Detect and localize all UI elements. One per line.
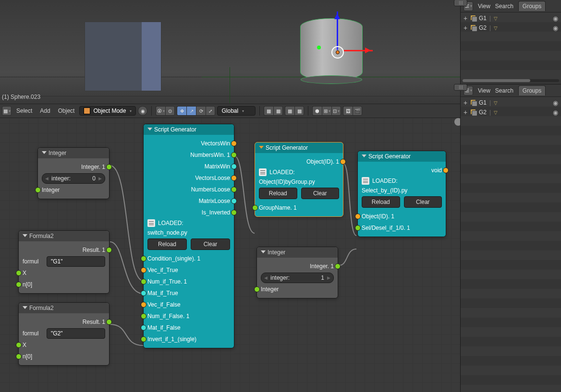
area-split-grip[interactable] bbox=[454, 0, 467, 6]
node-header[interactable]: Script Generator bbox=[358, 151, 446, 162]
tree-row-group[interactable]: + G2 |▽ ◉ bbox=[461, 23, 561, 33]
mode-selector[interactable]: Object Mode ▾ bbox=[79, 106, 136, 116]
node-header[interactable]: Integer bbox=[257, 247, 338, 258]
layers-block-2[interactable]: ▦▦ bbox=[285, 106, 304, 116]
area-split-grip[interactable] bbox=[454, 84, 467, 91]
grid-floor bbox=[0, 67, 460, 103]
clear-button[interactable]: Clear bbox=[301, 188, 340, 199]
node-script-switch[interactable]: Script Generator VectorsWin NumbersWin. … bbox=[143, 124, 234, 348]
reload-button[interactable]: Reload bbox=[362, 196, 400, 208]
script-icon bbox=[259, 168, 267, 176]
gizmo-y-axis[interactable] bbox=[317, 46, 321, 49]
menu-search[interactable]: Search bbox=[495, 87, 513, 94]
node-header[interactable]: Script Generator bbox=[255, 143, 343, 153]
editor-type-icon[interactable]: ▦▾ bbox=[2, 106, 12, 116]
node-header[interactable]: Formula2 bbox=[19, 231, 109, 241]
script-filename: Object(ID)byGroup.py bbox=[259, 178, 315, 185]
socket-in[interactable] bbox=[16, 282, 22, 287]
layers-block-1[interactable]: ▦▦ bbox=[264, 106, 283, 116]
chevron-down-icon[interactable]: ▽ bbox=[494, 25, 498, 31]
integer-field[interactable]: ◀integer:1▶ bbox=[261, 273, 334, 283]
formula-field[interactable]: "G1" bbox=[47, 256, 105, 267]
node-integer-1[interactable]: Integer Integer. 1 ◀integer:0▶ Integer bbox=[37, 147, 110, 199]
node-integer-2[interactable]: Integer Integer. 1 ◀integer:1▶ Integer bbox=[256, 247, 338, 298]
output-result: Result. 1 bbox=[83, 247, 105, 253]
axis-y-depth bbox=[230, 67, 230, 103]
menu-add[interactable]: Add bbox=[37, 107, 53, 114]
scroll-handle[interactable] bbox=[454, 118, 460, 126]
translate-icon[interactable]: ↗ bbox=[186, 106, 196, 116]
node-header[interactable]: Script Generator bbox=[144, 124, 234, 135]
menu-view[interactable]: View bbox=[478, 87, 490, 94]
filter-groups-tab[interactable]: Groups bbox=[518, 85, 546, 95]
viewport-3d[interactable]: (1) Sphere.023 bbox=[0, 0, 460, 103]
node-script-select-by-id[interactable]: Script Generator void LOADED: Select_by_… bbox=[357, 151, 446, 237]
mesh-cube[interactable] bbox=[85, 22, 161, 91]
socket-in[interactable] bbox=[16, 270, 22, 276]
node-header[interactable]: Formula2 bbox=[19, 303, 109, 313]
outliner-tree[interactable]: + G1 |▽ ◉ + G2 |▽ ◉ bbox=[461, 12, 561, 82]
formula-field[interactable]: "G2" bbox=[47, 328, 105, 339]
rotate-icon[interactable]: ⟳ bbox=[196, 106, 206, 116]
expand-icon[interactable]: + bbox=[463, 99, 468, 107]
snap-target-icon[interactable]: ⊡▾ bbox=[331, 106, 341, 116]
tree-row-group[interactable]: + G1 |▽ ◉ bbox=[461, 13, 561, 23]
pivot-only-origins[interactable]: ⊙ bbox=[165, 106, 175, 116]
script-filename: switch_node.py bbox=[147, 229, 187, 236]
node-formula-1[interactable]: Formula2 Result. 1 formul"G1" X n[0] bbox=[18, 230, 110, 294]
scrollbar[interactable] bbox=[463, 79, 559, 82]
filter-groups-tab[interactable]: Groups bbox=[518, 1, 546, 11]
expand-icon[interactable]: + bbox=[463, 24, 468, 32]
outliner-header: ☰▾ View Search Groups bbox=[461, 84, 561, 97]
socket-out[interactable] bbox=[106, 247, 112, 253]
menu-select[interactable]: Select bbox=[13, 107, 35, 114]
expand-icon[interactable]: + bbox=[463, 108, 468, 116]
outliner-bottom[interactable]: ☰▾ View Search Groups + G1 |▽ ◉ + G2 |▽ … bbox=[460, 84, 561, 392]
render-anim-icon[interactable]: 🎬 bbox=[353, 106, 362, 116]
menu-search[interactable]: Search bbox=[495, 3, 513, 10]
visibility-icon[interactable]: ◉ bbox=[553, 15, 558, 22]
chevron-down-icon[interactable]: ▽ bbox=[494, 100, 498, 106]
gizmo-x-axis[interactable] bbox=[344, 50, 373, 51]
output-result: Result. 1 bbox=[83, 319, 105, 325]
input-integer: Integer bbox=[42, 187, 60, 193]
snap-type-icon[interactable]: ⊞▾ bbox=[322, 106, 331, 116]
tree-row-group[interactable]: + G2 |▽ ◉ bbox=[461, 107, 561, 117]
expand-icon[interactable]: + bbox=[463, 14, 468, 22]
socket-out[interactable] bbox=[106, 319, 112, 325]
scale-icon[interactable]: ⤢ bbox=[206, 106, 215, 116]
node-editor[interactable]: Integer Integer. 1 ◀integer:0▶ Integer F… bbox=[0, 118, 460, 392]
node-header[interactable]: Integer bbox=[38, 148, 109, 158]
node-script-object-by-group[interactable]: Script Generator Object(ID). 1 LOADED: O… bbox=[255, 142, 343, 217]
gizmo-origin[interactable] bbox=[331, 46, 344, 59]
menu-object[interactable]: Object bbox=[55, 107, 78, 114]
snap-icon[interactable]: ⬢ bbox=[312, 106, 322, 116]
shading-icon[interactable]: ◉ bbox=[138, 106, 147, 116]
socket-in[interactable] bbox=[35, 187, 41, 193]
input-x: X bbox=[23, 342, 26, 348]
outliner-top[interactable]: ☰▾ View Search Groups + G1 |▽ ◉ + G2 |▽ … bbox=[460, 0, 561, 84]
reload-button[interactable]: Reload bbox=[259, 188, 297, 199]
manipulator-toggle-icon[interactable]: ✥ bbox=[177, 106, 186, 116]
chevron-down-icon[interactable]: ▽ bbox=[494, 16, 498, 21]
socket-out[interactable] bbox=[106, 164, 112, 170]
node-formula-2[interactable]: Formula2 Result. 1 formul"G2" X n[0] bbox=[18, 302, 110, 366]
visibility-icon[interactable]: ◉ bbox=[553, 109, 558, 116]
clear-button[interactable]: Clear bbox=[404, 196, 442, 208]
reload-button[interactable]: Reload bbox=[147, 238, 187, 250]
integer-field[interactable]: ◀integer:0▶ bbox=[42, 173, 105, 184]
visibility-icon[interactable]: ◉ bbox=[553, 99, 558, 107]
pivot-icon[interactable]: ⦿▾ bbox=[156, 106, 165, 116]
tree-row-group[interactable]: + G1 |▽ ◉ bbox=[461, 98, 561, 107]
orientation-selector[interactable]: Global▾ bbox=[217, 106, 256, 116]
menu-view[interactable]: View bbox=[478, 3, 490, 10]
chevron-down-icon[interactable]: ▽ bbox=[494, 110, 498, 115]
render-image-icon[interactable]: 🖼 bbox=[343, 106, 353, 116]
socket-in[interactable] bbox=[16, 342, 22, 348]
visibility-icon[interactable]: ◉ bbox=[553, 24, 558, 32]
viewport-header: ▦▾ Select Add Object Object Mode ▾ ◉ ⦿▾ … bbox=[0, 104, 460, 118]
gizmo-z-axis[interactable] bbox=[337, 12, 338, 50]
socket-in[interactable] bbox=[16, 354, 22, 359]
outliner-tree[interactable]: + G1 |▽ ◉ + G2 |▽ ◉ bbox=[461, 97, 561, 390]
clear-button[interactable]: Clear bbox=[191, 238, 230, 250]
